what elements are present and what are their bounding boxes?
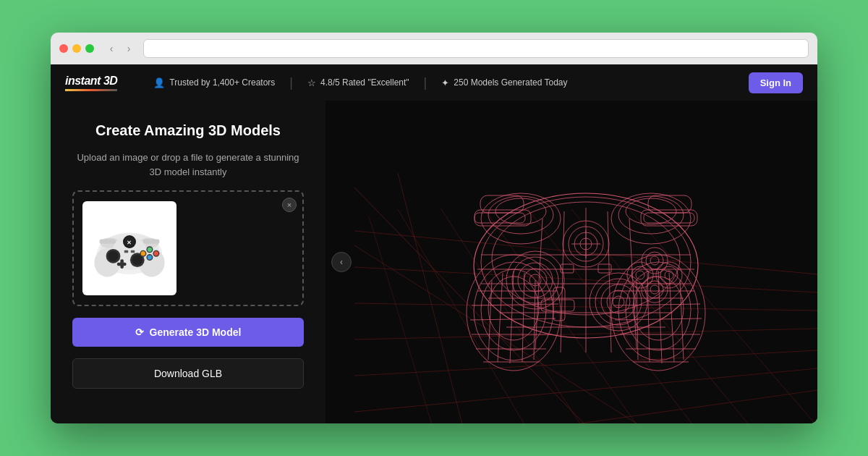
svg-point-17 bbox=[148, 248, 152, 252]
generate-btn-label: Generate 3D Model bbox=[150, 326, 242, 338]
browser-nav-buttons: ‹ › bbox=[104, 41, 136, 56]
browser-window: ‹ › instant 3D 👤 Trusted by 1,400+ Creat… bbox=[51, 33, 817, 423]
svg-point-21 bbox=[148, 255, 152, 259]
nav-stat-rating-text: 4.8/5 Rated "Excellent" bbox=[320, 77, 409, 88]
svg-point-58 bbox=[488, 196, 553, 234]
svg-point-88 bbox=[636, 271, 644, 279]
generate-icon: ⟳ bbox=[135, 326, 144, 338]
svg-rect-15 bbox=[117, 263, 127, 266]
svg-point-13 bbox=[132, 255, 142, 265]
main-area: Create Amazing 3D Models Upload an image… bbox=[51, 101, 817, 423]
svg-line-121 bbox=[680, 280, 684, 360]
svg-rect-26 bbox=[124, 250, 128, 253]
minimize-button[interactable] bbox=[72, 44, 81, 53]
address-bar[interactable] bbox=[143, 39, 809, 58]
svg-point-85 bbox=[650, 285, 659, 294]
logo: instant 3D bbox=[65, 75, 117, 91]
navbar: instant 3D 👤 Trusted by 1,400+ Creators … bbox=[51, 64, 817, 101]
controller-image: ✕ bbox=[90, 216, 169, 281]
wireframe-container bbox=[326, 101, 817, 423]
sign-in-button[interactable]: Sign In bbox=[749, 72, 803, 93]
svg-line-106 bbox=[608, 211, 611, 352]
svg-line-130 bbox=[615, 318, 702, 320]
svg-rect-92 bbox=[475, 213, 525, 223]
svg-rect-93 bbox=[641, 210, 697, 226]
svg-line-123 bbox=[472, 304, 558, 305]
sparkle-icon: ✦ bbox=[441, 77, 449, 88]
3d-viewport[interactable]: ‹ bbox=[326, 101, 817, 423]
nav-stat-rating: ☆ 4.8/5 Rated "Excellent" bbox=[293, 77, 424, 88]
collapse-panel-button[interactable]: ‹ bbox=[331, 252, 352, 272]
app-content: instant 3D 👤 Trusted by 1,400+ Creators … bbox=[51, 64, 817, 423]
nav-stat-models: ✦ 250 Models Generated Today bbox=[427, 77, 582, 88]
traffic-lights bbox=[59, 44, 94, 53]
drop-zone-close[interactable]: × bbox=[282, 198, 297, 212]
svg-line-129 bbox=[613, 304, 700, 305]
svg-point-61 bbox=[618, 196, 684, 234]
forward-button[interactable]: › bbox=[122, 41, 136, 56]
back-button[interactable]: ‹ bbox=[104, 41, 119, 56]
nav-stats: 👤 Trusted by 1,400+ Creators | ☆ 4.8/5 R… bbox=[139, 76, 748, 89]
svg-point-79 bbox=[650, 256, 659, 265]
nav-stat-models-text: 250 Models Generated Today bbox=[454, 77, 567, 88]
svg-point-11 bbox=[108, 251, 118, 261]
drop-zone[interactable]: × bbox=[72, 190, 304, 306]
svg-rect-25 bbox=[143, 239, 160, 243]
svg-point-23 bbox=[141, 251, 145, 256]
svg-line-112 bbox=[488, 280, 492, 360]
wireframe-controller bbox=[434, 146, 738, 392]
star-icon: ☆ bbox=[307, 77, 316, 88]
nav-stat-creators: 👤 Trusted by 1,400+ Creators bbox=[139, 77, 289, 88]
users-icon: 👤 bbox=[153, 77, 165, 88]
svg-line-114 bbox=[510, 271, 514, 363]
svg-line-104 bbox=[561, 211, 564, 352]
browser-chrome: ‹ › bbox=[51, 33, 817, 64]
left-panel: Create Amazing 3D Models Upload an image… bbox=[51, 101, 326, 423]
svg-text:✕: ✕ bbox=[127, 240, 132, 246]
svg-line-124 bbox=[470, 318, 556, 320]
uploaded-image: ✕ bbox=[82, 201, 176, 295]
svg-rect-91 bbox=[475, 210, 531, 226]
svg-point-19 bbox=[154, 251, 158, 256]
svg-rect-27 bbox=[131, 250, 135, 253]
nav-stat-creators-text: Trusted by 1,400+ Creators bbox=[169, 77, 275, 88]
panel-title: Create Amazing 3D Models bbox=[72, 122, 304, 139]
svg-line-120 bbox=[669, 273, 674, 362]
maximize-button[interactable] bbox=[85, 44, 94, 53]
panel-subtitle: Upload an image or drop a file to genera… bbox=[72, 151, 304, 179]
generate-3d-model-button[interactable]: ⟳ Generate 3D Model bbox=[72, 318, 304, 347]
logo-underline bbox=[65, 89, 117, 91]
download-glb-button[interactable]: Download GLB bbox=[72, 358, 304, 389]
logo-text: instant 3D bbox=[65, 75, 117, 88]
svg-line-113 bbox=[498, 273, 503, 362]
close-button[interactable] bbox=[59, 44, 68, 53]
svg-rect-24 bbox=[100, 239, 116, 243]
svg-point-83 bbox=[642, 276, 668, 303]
